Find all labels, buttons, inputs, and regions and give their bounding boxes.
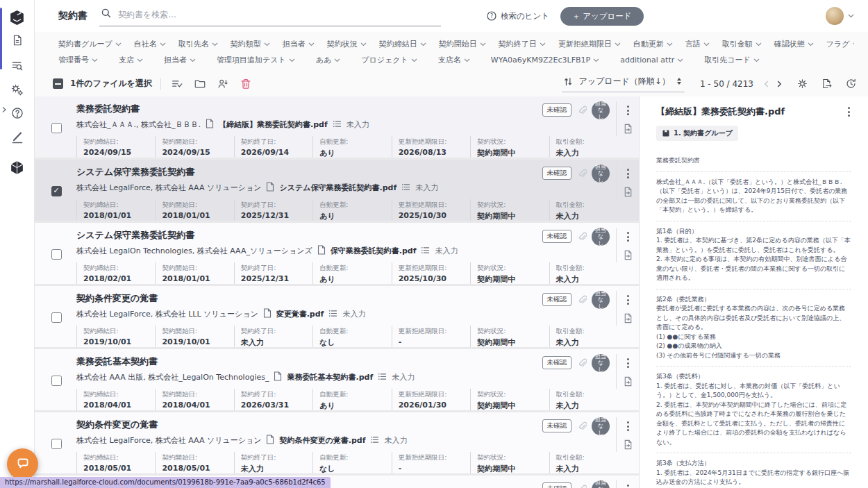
paperclip-icon[interactable]: [576, 231, 587, 242]
contract-row[interactable]: システム保守業務委託契約書 株式会社 LegalForce, 株式会社 AAA …: [35, 160, 639, 221]
assignee-badge[interactable]: 担当なし: [592, 480, 610, 488]
filter-chip[interactable]: 支店: [119, 55, 143, 65]
preview-menu-button[interactable]: [846, 106, 851, 118]
row-checkbox[interactable]: [51, 376, 62, 386]
filter-chip[interactable]: 確認状態: [774, 39, 814, 49]
list-settings-gear-icon[interactable]: [795, 76, 810, 91]
filter-chip[interactable]: additional attr: [620, 56, 683, 65]
row-checkbox[interactable]: [51, 439, 62, 449]
paperclip-icon[interactable]: [576, 168, 587, 178]
select-all-checkbox[interactable]: [53, 78, 63, 89]
chevron-down-icon: [540, 42, 546, 47]
previous-page-button[interactable]: [760, 78, 773, 90]
filter-chip[interactable]: フラグ: [826, 39, 854, 49]
contract-row[interactable]: 契約条件変更の覚書 株式会社 LegalForce, 株式会社 LLL ソリュー…: [35, 286, 639, 347]
chat-support-button[interactable]: [7, 448, 38, 480]
row-menu-button[interactable]: [626, 104, 631, 117]
export-icon[interactable]: [819, 76, 834, 91]
filter-chip[interactable]: 契約書グループ: [58, 39, 122, 49]
contract-file-name[interactable]: 変更覚書.pdf: [276, 309, 324, 319]
sidebar-item-edit[interactable]: [10, 130, 24, 144]
contract-file-name[interactable]: 保守業務委託契約書.pdf: [331, 246, 417, 256]
contract-file-name[interactable]: 【締結版】業務委託契約書.pdf: [219, 119, 328, 130]
filter-chip[interactable]: プロジェクト: [361, 55, 417, 65]
document-preview-icon[interactable]: [623, 376, 633, 389]
filter-chip[interactable]: 契約開始日: [439, 39, 486, 49]
contract-row[interactable]: 契約条件変更の覚書 株式会社 LegalForce, 株式会社 AAA ソリュー…: [35, 412, 639, 473]
filter-chip[interactable]: 取引先コード: [704, 55, 760, 65]
filter-chip[interactable]: WYA0a6yKM9Z2Ec3LFB1P: [491, 56, 599, 65]
paperclip-icon[interactable]: [576, 421, 587, 431]
sidebar-item-settings[interactable]: [10, 83, 24, 97]
filter-chip[interactable]: 自動更新: [633, 39, 673, 49]
filter-chip[interactable]: 契約状況: [327, 39, 367, 49]
delete-trash-icon[interactable]: [238, 76, 253, 92]
assignee-badge[interactable]: 担当なし: [592, 101, 610, 119]
filter-chip[interactable]: 契約締結日: [379, 39, 426, 49]
filter-chip[interactable]: 取引金額: [722, 39, 762, 49]
history-icon[interactable]: [844, 76, 858, 91]
contract-row[interactable]: 業務委託契約書 株式会社_ＡＡＡ., 株式会社_ＢＢＢ. 【締結版】業務委託契約…: [35, 96, 639, 158]
assign-person-icon[interactable]: [215, 76, 231, 92]
row-checkbox[interactable]: [51, 312, 62, 323]
contract-file-name[interactable]: 業務委託基本契約書.pdf: [287, 372, 373, 382]
sidebar-item-documents[interactable]: [6, 29, 28, 51]
upload-button[interactable]: ＋ アップロード: [560, 7, 644, 26]
row-menu-button[interactable]: [626, 420, 631, 432]
sort-caret-buttons[interactable]: [677, 78, 681, 85]
search-input[interactable]: [118, 10, 440, 19]
account-menu[interactable]: [826, 7, 854, 25]
contract-file-name[interactable]: 契約条件変更の覚書.pdf: [279, 435, 365, 446]
move-folder-icon[interactable]: [192, 76, 208, 92]
search-bar[interactable]: [99, 6, 441, 26]
row-menu-button[interactable]: [626, 167, 631, 180]
paperclip-icon[interactable]: [576, 357, 587, 368]
row-checkbox[interactable]: [51, 249, 62, 260]
row-menu-button[interactable]: [626, 294, 631, 306]
contract-row[interactable]: 業務委託基本契約書 株式会社 AAA 出版, 株式会社_LegalOn Tech…: [35, 349, 639, 410]
next-page-button[interactable]: [773, 78, 785, 90]
row-menu-button[interactable]: [626, 230, 631, 243]
document-preview-icon[interactable]: [623, 313, 633, 326]
row-menu-button[interactable]: [626, 357, 631, 369]
search-hint-link[interactable]: ? 検索のヒント: [487, 11, 549, 22]
filter-chip[interactable]: 言語: [685, 39, 710, 49]
paperclip-icon[interactable]: [576, 105, 587, 115]
assignee-badge[interactable]: 担当なし: [592, 417, 610, 435]
assignee-badge[interactable]: 担当なし: [592, 228, 610, 246]
row-checkbox[interactable]: [51, 123, 62, 133]
avatar[interactable]: [826, 7, 844, 25]
filter-chip[interactable]: 担当者: [283, 39, 315, 49]
filter-chip[interactable]: 自社名: [134, 39, 166, 49]
filter-chip[interactable]: 支店名: [438, 55, 470, 65]
sidebar-item-help[interactable]: [10, 106, 24, 120]
filter-chip[interactable]: 更新拒絶期限日: [558, 39, 621, 49]
assignee-badge[interactable]: 担当なし: [592, 165, 610, 183]
document-preview-icon[interactable]: [623, 439, 633, 453]
row-checkbox[interactable]: [51, 186, 62, 196]
filter-chip[interactable]: 管理番号: [58, 55, 98, 65]
paperclip-icon[interactable]: [576, 484, 587, 488]
contract-group-chip[interactable]: 1. 契約書グループ: [656, 126, 738, 141]
contract-row[interactable]: システム保守業務委託契約書 株式会社 LegalOn Technologies,…: [35, 223, 639, 284]
filter-chip[interactable]: ああ: [316, 55, 341, 65]
assignee-badge[interactable]: 担当なし: [592, 354, 610, 372]
filter-chip[interactable]: 契約終了日: [499, 39, 546, 49]
sort-control[interactable]: アップロード（降順↓）: [562, 76, 684, 92]
sidebar-expand-chevron-icon[interactable]: [1, 103, 7, 116]
assignee-badge[interactable]: 担当なし: [592, 291, 610, 309]
paperclip-icon[interactable]: [576, 294, 587, 305]
contract-parties: 株式会社 LegalForce, 株式会社 AAA ソリューション: [76, 435, 261, 446]
document-preview-icon[interactable]: [623, 124, 633, 137]
row-menu-button[interactable]: [626, 483, 631, 488]
bulk-confirm-icon[interactable]: [169, 76, 185, 92]
filter-chip[interactable]: 取引先名: [178, 39, 218, 49]
filter-chip[interactable]: 契約類型: [231, 39, 270, 49]
document-preview-icon[interactable]: [623, 187, 633, 200]
document-preview-icon[interactable]: [623, 250, 633, 263]
sidebar-item-search-list[interactable]: [10, 59, 24, 72]
sidebar-item-modules[interactable]: [9, 160, 25, 176]
filter-chip[interactable]: 担当者: [164, 55, 196, 65]
filter-chip[interactable]: 管理項目追加テスト: [217, 55, 295, 65]
contract-file-name[interactable]: システム保守業務委託契約書.pdf: [279, 183, 397, 193]
